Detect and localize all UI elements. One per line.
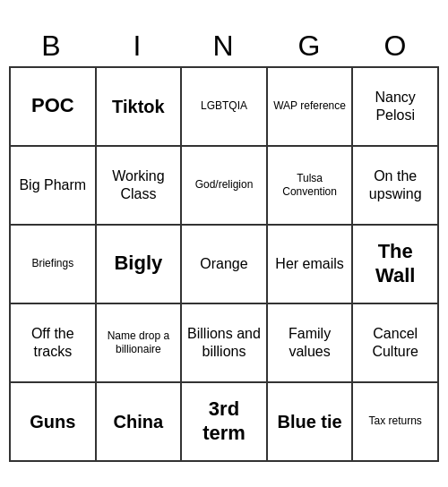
bingo-grid: POCTiktokLGBTQIAWAP referenceNancy Pelos… (9, 66, 439, 462)
header-letter: I (95, 26, 181, 66)
cell-text: Briefings (31, 257, 73, 269)
header-letter: B (9, 26, 95, 66)
cell-text: The Wall (357, 240, 434, 287)
bingo-cell[interactable]: Her emails (268, 226, 354, 304)
bingo-cell[interactable]: Tulsa Convention (268, 147, 354, 226)
bingo-cell[interactable]: Name drop a billionaire (97, 304, 183, 383)
cell-text: Big Pharm (19, 176, 86, 193)
bingo-cell[interactable]: Briefings (11, 226, 97, 304)
cell-text: Name drop a billionaire (100, 329, 177, 355)
cell-text: LGBTQIA (201, 99, 247, 112)
cell-text: Tax returns (369, 414, 422, 427)
header-letter: N (181, 26, 267, 66)
cell-text: On the upswing (357, 167, 434, 201)
cell-text: POC (31, 94, 74, 117)
bingo-cell[interactable]: The Wall (353, 226, 439, 304)
bingo-cell[interactable]: Family values (268, 304, 354, 383)
cell-text: Off the tracks (14, 325, 91, 359)
bingo-cell[interactable]: Tax returns (353, 383, 439, 462)
cell-text: Tiktok (112, 96, 165, 117)
bingo-cell[interactable]: Bigly (97, 226, 183, 304)
bingo-cell[interactable]: WAP reference (268, 68, 354, 147)
cell-text: Tulsa Convention (271, 172, 349, 198)
bingo-card: BINGO POCTiktokLGBTQIAWAP referenceNancy… (9, 26, 439, 462)
cell-text: Nancy Pelosi (357, 89, 434, 123)
bingo-cell[interactable]: Blue tie (268, 383, 354, 462)
bingo-cell[interactable]: Nancy Pelosi (353, 68, 439, 147)
header-letter: O (353, 26, 439, 66)
cell-text: Family values (271, 325, 349, 359)
bingo-cell[interactable]: LGBTQIA (182, 68, 268, 147)
bingo-header: BINGO (9, 26, 439, 66)
bingo-cell[interactable]: China (97, 383, 183, 462)
cell-text: Guns (30, 411, 75, 432)
cell-text: Her emails (275, 255, 343, 272)
cell-text: WAP reference (273, 99, 346, 112)
bingo-cell[interactable]: Working Class (97, 147, 183, 226)
cell-text: God/religion (195, 178, 254, 191)
bingo-cell[interactable]: Billions and billions (182, 304, 268, 383)
cell-text: Billions and billions (185, 325, 263, 359)
bingo-cell[interactable]: Guns (11, 383, 97, 462)
bingo-cell[interactable]: God/religion (182, 147, 268, 226)
cell-text: 3rd term (185, 397, 263, 445)
cell-text: Working Class (100, 167, 177, 201)
bingo-cell[interactable]: 3rd term (182, 383, 268, 462)
cell-text: Blue tie (277, 411, 341, 432)
bingo-cell[interactable]: On the upswing (353, 147, 439, 226)
bingo-cell[interactable]: Cancel Culture (353, 304, 439, 383)
header-letter: G (267, 26, 353, 66)
bingo-cell[interactable]: Orange (182, 226, 268, 304)
bingo-cell[interactable]: POC (11, 68, 97, 147)
bingo-cell[interactable]: Big Pharm (11, 147, 97, 226)
cell-text: China (114, 411, 164, 432)
bingo-cell[interactable]: Off the tracks (11, 304, 97, 383)
cell-text: Bigly (114, 252, 162, 275)
cell-text: Cancel Culture (357, 325, 434, 359)
cell-text: Orange (200, 255, 247, 272)
bingo-cell[interactable]: Tiktok (97, 68, 183, 147)
